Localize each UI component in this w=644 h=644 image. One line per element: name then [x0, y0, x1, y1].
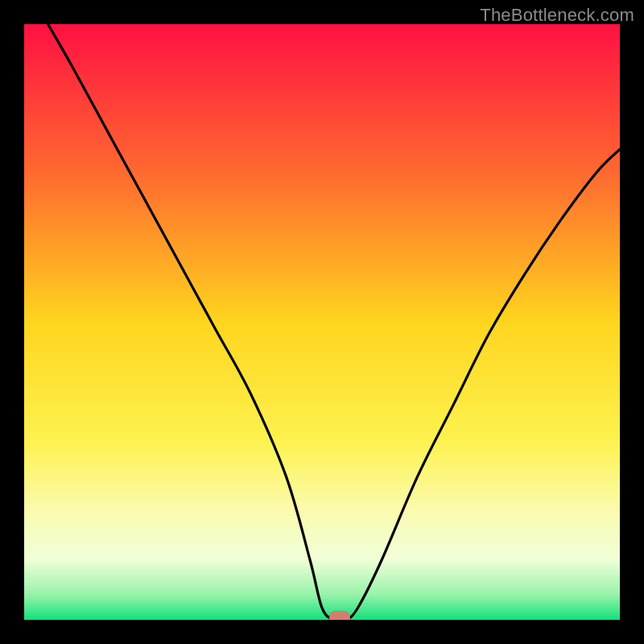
plot-area	[24, 24, 620, 620]
branding-watermark: TheBottleneck.com	[480, 5, 634, 26]
chart-stage: TheBottleneck.com	[0, 0, 644, 644]
optimal-marker	[329, 611, 350, 620]
bottleneck-curve	[24, 24, 620, 620]
